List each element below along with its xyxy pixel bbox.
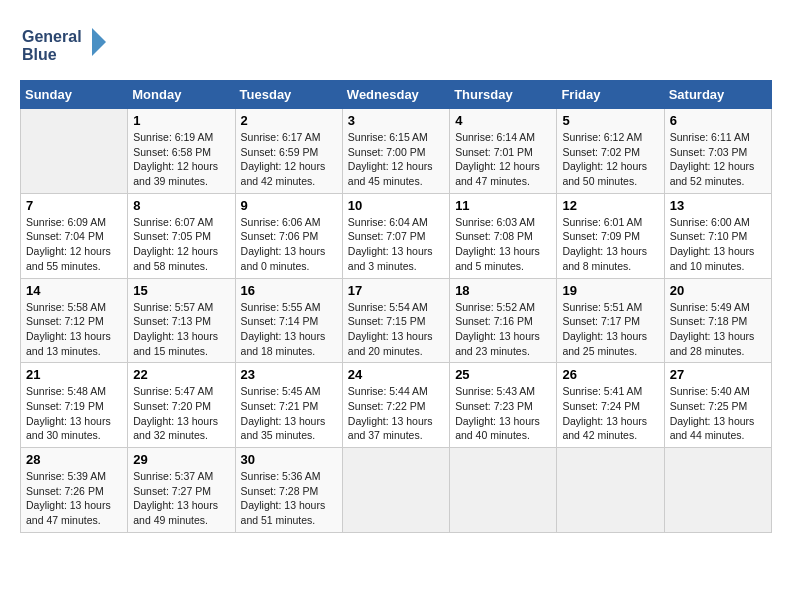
day-number: 21 (26, 367, 122, 382)
day-number: 9 (241, 198, 337, 213)
calendar-cell: 30Sunrise: 5:36 AM Sunset: 7:28 PM Dayli… (235, 448, 342, 533)
day-number: 18 (455, 283, 551, 298)
day-number: 13 (670, 198, 766, 213)
calendar-cell (557, 448, 664, 533)
day-info: Sunrise: 6:01 AM Sunset: 7:09 PM Dayligh… (562, 215, 658, 274)
calendar-cell: 17Sunrise: 5:54 AM Sunset: 7:15 PM Dayli… (342, 278, 449, 363)
day-info: Sunrise: 6:00 AM Sunset: 7:10 PM Dayligh… (670, 215, 766, 274)
calendar-cell: 27Sunrise: 5:40 AM Sunset: 7:25 PM Dayli… (664, 363, 771, 448)
day-number: 24 (348, 367, 444, 382)
day-info: Sunrise: 5:44 AM Sunset: 7:22 PM Dayligh… (348, 384, 444, 443)
week-row-3: 14Sunrise: 5:58 AM Sunset: 7:12 PM Dayli… (21, 278, 772, 363)
calendar-cell: 19Sunrise: 5:51 AM Sunset: 7:17 PM Dayli… (557, 278, 664, 363)
day-info: Sunrise: 5:39 AM Sunset: 7:26 PM Dayligh… (26, 469, 122, 528)
calendar-cell: 16Sunrise: 5:55 AM Sunset: 7:14 PM Dayli… (235, 278, 342, 363)
weekday-header-friday: Friday (557, 81, 664, 109)
day-info: Sunrise: 6:14 AM Sunset: 7:01 PM Dayligh… (455, 130, 551, 189)
day-number: 23 (241, 367, 337, 382)
day-number: 3 (348, 113, 444, 128)
day-number: 7 (26, 198, 122, 213)
calendar-table: SundayMondayTuesdayWednesdayThursdayFrid… (20, 80, 772, 533)
day-info: Sunrise: 5:52 AM Sunset: 7:16 PM Dayligh… (455, 300, 551, 359)
day-number: 20 (670, 283, 766, 298)
day-number: 17 (348, 283, 444, 298)
calendar-cell: 15Sunrise: 5:57 AM Sunset: 7:13 PM Dayli… (128, 278, 235, 363)
calendar-cell (450, 448, 557, 533)
day-info: Sunrise: 6:06 AM Sunset: 7:06 PM Dayligh… (241, 215, 337, 274)
day-info: Sunrise: 6:07 AM Sunset: 7:05 PM Dayligh… (133, 215, 229, 274)
day-number: 8 (133, 198, 229, 213)
calendar-cell: 6Sunrise: 6:11 AM Sunset: 7:03 PM Daylig… (664, 109, 771, 194)
day-number: 12 (562, 198, 658, 213)
day-info: Sunrise: 6:19 AM Sunset: 6:58 PM Dayligh… (133, 130, 229, 189)
day-number: 25 (455, 367, 551, 382)
calendar-cell: 20Sunrise: 5:49 AM Sunset: 7:18 PM Dayli… (664, 278, 771, 363)
day-number: 27 (670, 367, 766, 382)
calendar-cell: 8Sunrise: 6:07 AM Sunset: 7:05 PM Daylig… (128, 193, 235, 278)
svg-text:Blue: Blue (22, 46, 57, 63)
day-info: Sunrise: 6:09 AM Sunset: 7:04 PM Dayligh… (26, 215, 122, 274)
day-info: Sunrise: 5:40 AM Sunset: 7:25 PM Dayligh… (670, 384, 766, 443)
day-info: Sunrise: 5:45 AM Sunset: 7:21 PM Dayligh… (241, 384, 337, 443)
day-info: Sunrise: 5:49 AM Sunset: 7:18 PM Dayligh… (670, 300, 766, 359)
day-number: 16 (241, 283, 337, 298)
logo-image: General Blue (20, 20, 110, 70)
calendar-cell: 28Sunrise: 5:39 AM Sunset: 7:26 PM Dayli… (21, 448, 128, 533)
day-info: Sunrise: 5:54 AM Sunset: 7:15 PM Dayligh… (348, 300, 444, 359)
calendar-cell: 29Sunrise: 5:37 AM Sunset: 7:27 PM Dayli… (128, 448, 235, 533)
day-number: 5 (562, 113, 658, 128)
day-info: Sunrise: 6:03 AM Sunset: 7:08 PM Dayligh… (455, 215, 551, 274)
calendar-cell (21, 109, 128, 194)
day-info: Sunrise: 6:17 AM Sunset: 6:59 PM Dayligh… (241, 130, 337, 189)
week-row-5: 28Sunrise: 5:39 AM Sunset: 7:26 PM Dayli… (21, 448, 772, 533)
calendar-cell: 12Sunrise: 6:01 AM Sunset: 7:09 PM Dayli… (557, 193, 664, 278)
header: General Blue (20, 20, 772, 70)
day-info: Sunrise: 5:47 AM Sunset: 7:20 PM Dayligh… (133, 384, 229, 443)
day-info: Sunrise: 5:43 AM Sunset: 7:23 PM Dayligh… (455, 384, 551, 443)
calendar-cell: 23Sunrise: 5:45 AM Sunset: 7:21 PM Dayli… (235, 363, 342, 448)
day-number: 6 (670, 113, 766, 128)
weekday-header-monday: Monday (128, 81, 235, 109)
calendar-cell: 24Sunrise: 5:44 AM Sunset: 7:22 PM Dayli… (342, 363, 449, 448)
calendar-cell: 2Sunrise: 6:17 AM Sunset: 6:59 PM Daylig… (235, 109, 342, 194)
day-number: 11 (455, 198, 551, 213)
day-info: Sunrise: 6:11 AM Sunset: 7:03 PM Dayligh… (670, 130, 766, 189)
day-number: 29 (133, 452, 229, 467)
day-number: 22 (133, 367, 229, 382)
calendar-cell: 11Sunrise: 6:03 AM Sunset: 7:08 PM Dayli… (450, 193, 557, 278)
day-number: 19 (562, 283, 658, 298)
day-info: Sunrise: 5:57 AM Sunset: 7:13 PM Dayligh… (133, 300, 229, 359)
week-row-1: 1Sunrise: 6:19 AM Sunset: 6:58 PM Daylig… (21, 109, 772, 194)
day-number: 14 (26, 283, 122, 298)
calendar-cell: 5Sunrise: 6:12 AM Sunset: 7:02 PM Daylig… (557, 109, 664, 194)
calendar-cell: 1Sunrise: 6:19 AM Sunset: 6:58 PM Daylig… (128, 109, 235, 194)
calendar-cell: 21Sunrise: 5:48 AM Sunset: 7:19 PM Dayli… (21, 363, 128, 448)
calendar-cell (342, 448, 449, 533)
day-info: Sunrise: 5:55 AM Sunset: 7:14 PM Dayligh… (241, 300, 337, 359)
day-number: 10 (348, 198, 444, 213)
calendar-cell: 4Sunrise: 6:14 AM Sunset: 7:01 PM Daylig… (450, 109, 557, 194)
logo: General Blue (20, 20, 110, 70)
day-info: Sunrise: 6:15 AM Sunset: 7:00 PM Dayligh… (348, 130, 444, 189)
day-info: Sunrise: 6:12 AM Sunset: 7:02 PM Dayligh… (562, 130, 658, 189)
day-number: 30 (241, 452, 337, 467)
day-number: 1 (133, 113, 229, 128)
calendar-cell: 10Sunrise: 6:04 AM Sunset: 7:07 PM Dayli… (342, 193, 449, 278)
day-info: Sunrise: 5:41 AM Sunset: 7:24 PM Dayligh… (562, 384, 658, 443)
day-number: 26 (562, 367, 658, 382)
calendar-cell (664, 448, 771, 533)
svg-text:General: General (22, 28, 82, 45)
weekday-header-row: SundayMondayTuesdayWednesdayThursdayFrid… (21, 81, 772, 109)
weekday-header-saturday: Saturday (664, 81, 771, 109)
calendar-cell: 13Sunrise: 6:00 AM Sunset: 7:10 PM Dayli… (664, 193, 771, 278)
day-info: Sunrise: 5:51 AM Sunset: 7:17 PM Dayligh… (562, 300, 658, 359)
day-number: 15 (133, 283, 229, 298)
calendar-cell: 25Sunrise: 5:43 AM Sunset: 7:23 PM Dayli… (450, 363, 557, 448)
weekday-header-wednesday: Wednesday (342, 81, 449, 109)
page-container: General Blue SundayMondayTuesdayWednesda… (20, 20, 772, 533)
weekday-header-sunday: Sunday (21, 81, 128, 109)
day-info: Sunrise: 5:37 AM Sunset: 7:27 PM Dayligh… (133, 469, 229, 528)
weekday-header-thursday: Thursday (450, 81, 557, 109)
calendar-cell: 14Sunrise: 5:58 AM Sunset: 7:12 PM Dayli… (21, 278, 128, 363)
day-info: Sunrise: 6:04 AM Sunset: 7:07 PM Dayligh… (348, 215, 444, 274)
